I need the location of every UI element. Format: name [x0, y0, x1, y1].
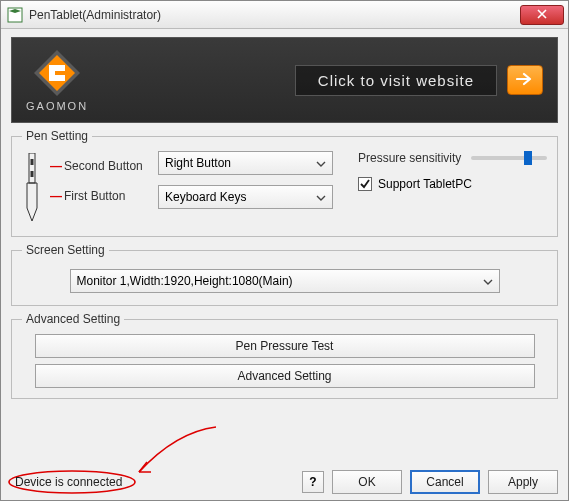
window-title: PenTablet(Administrator) — [29, 8, 520, 22]
pen-setting-group: Pen Setting —Second Button —First Butt — [11, 129, 558, 237]
pen-icon — [23, 153, 41, 226]
first-button-label: First Button — [64, 189, 125, 203]
svg-marker-2 — [39, 55, 75, 91]
monitor-value: Monitor 1,Width:1920,Height:1080(Main) — [77, 274, 293, 288]
screen-setting-legend: Screen Setting — [22, 243, 109, 257]
screen-setting-group: Screen Setting Monitor 1,Width:1920,Heig… — [11, 243, 558, 306]
pen-setting-legend: Pen Setting — [22, 129, 92, 143]
svg-rect-3 — [29, 153, 35, 183]
ok-label: OK — [358, 475, 375, 489]
app-icon — [7, 7, 23, 23]
chevron-down-icon — [316, 192, 326, 202]
pen-pressure-test-button[interactable]: Pen Pressure Test — [35, 334, 535, 358]
second-button-combo[interactable]: Right Button — [158, 151, 333, 175]
ok-button[interactable]: OK — [332, 470, 402, 494]
advanced-setting-legend: Advanced Setting — [22, 312, 124, 326]
brand-logo-icon — [32, 48, 82, 98]
chevron-down-icon — [483, 276, 493, 286]
pressure-sensitivity-label: Pressure sensitivity — [358, 151, 461, 165]
brand-name: GAOMON — [26, 100, 88, 112]
chevron-down-icon — [316, 158, 326, 168]
first-button-value: Keyboard Keys — [165, 190, 246, 204]
pressure-sensitivity-slider[interactable] — [471, 156, 547, 160]
second-button-value: Right Button — [165, 156, 231, 170]
apply-button[interactable]: Apply — [488, 470, 558, 494]
banner: GAOMON Click to visit website — [11, 37, 558, 123]
support-tabletpc-checkbox[interactable] — [358, 177, 372, 191]
window-frame: PenTablet(Administrator) GAOMON Click — [0, 0, 569, 501]
cancel-button[interactable]: Cancel — [410, 470, 480, 494]
advanced-setting-label: Advanced Setting — [237, 369, 331, 383]
advanced-setting-group: Advanced Setting Pen Pressure Test Advan… — [11, 312, 558, 399]
second-button-label: Second Button — [64, 159, 143, 173]
cancel-label: Cancel — [426, 475, 463, 489]
svg-rect-4 — [31, 159, 34, 165]
pen-pressure-test-label: Pen Pressure Test — [236, 339, 334, 353]
close-button[interactable] — [520, 5, 564, 25]
footer-bar: Device is connected ? OK Cancel Apply — [11, 470, 558, 494]
connection-status: Device is connected — [11, 473, 126, 491]
brand-logo: GAOMON — [26, 48, 88, 112]
visit-website-label: Click to visit website — [295, 65, 497, 96]
visit-website-button[interactable] — [507, 65, 543, 95]
arrow-right-icon — [516, 72, 534, 89]
slider-thumb[interactable] — [524, 151, 532, 165]
help-button[interactable]: ? — [302, 471, 324, 493]
svg-rect-5 — [31, 171, 34, 177]
close-icon — [537, 8, 547, 22]
apply-label: Apply — [508, 475, 538, 489]
titlebar: PenTablet(Administrator) — [1, 1, 568, 29]
first-button-combo[interactable]: Keyboard Keys — [158, 185, 333, 209]
advanced-setting-button[interactable]: Advanced Setting — [35, 364, 535, 388]
support-tabletpc-label: Support TabletPC — [378, 177, 472, 191]
content-area: GAOMON Click to visit website Pen Settin… — [1, 29, 568, 500]
help-label: ? — [309, 475, 316, 489]
monitor-combo[interactable]: Monitor 1,Width:1920,Height:1080(Main) — [70, 269, 500, 293]
